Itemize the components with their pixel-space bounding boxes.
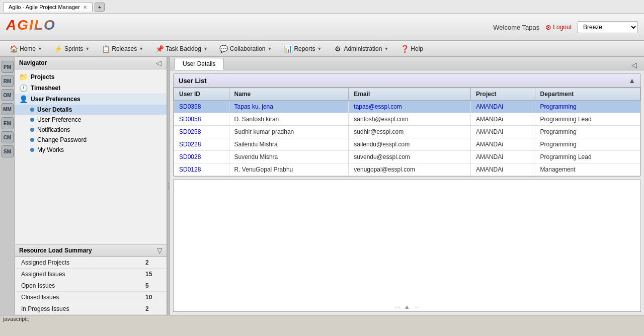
navigator-title: Navigator [19, 59, 47, 66]
resource-row-open-issues: Open Issues 5 [15, 280, 167, 292]
splitter-dots [168, 183, 169, 190]
lower-panel-dots: ··· ▲ ··· [394, 302, 420, 311]
cell-name: Sudhir kumar pradhan [229, 126, 349, 138]
assigned-issues-value: 15 [145, 271, 160, 278]
my-works-label: My Works [37, 146, 64, 153]
timesheet-icon: 🕐 [19, 84, 28, 92]
user-table: User ID Name Email Project Department SD… [174, 88, 640, 176]
sidebar-item-user-preferences[interactable]: 👤 User Preferences [15, 94, 167, 105]
nav-item-sprints[interactable]: ⚡ Sprints ▼ [49, 41, 95, 56]
projects-label: Projects [31, 73, 54, 80]
status-bar: javascript:; [0, 315, 644, 322]
quick-btn-mm[interactable]: MM [2, 103, 14, 115]
sidebar-item-projects[interactable]: 📁 Projects [15, 71, 167, 82]
cell-project: AMANDAi [470, 113, 535, 126]
resource-summary-title: Resource Load Summary [19, 247, 92, 254]
quick-btn-om[interactable]: OM [2, 89, 14, 101]
sidebar-subitem-user-details[interactable]: User Details [15, 105, 167, 115]
table-row[interactable]: SD0258Sudhir kumar pradhansudhir@esspl.c… [174, 126, 640, 138]
logout-button[interactable]: ⊗ Logout [545, 23, 572, 31]
logo-area: AGILO [6, 17, 46, 37]
cell-user_id: SD0058 [174, 113, 229, 126]
cell-email: tapas@esspl.com [349, 101, 471, 113]
lower-panel: ··· ▲ ··· [173, 180, 641, 312]
nav-item-administration[interactable]: ⚙ Administration ▼ [328, 41, 394, 56]
cell-name: Tapas ku. jena [229, 101, 349, 113]
logo: AGILO [6, 17, 46, 37]
nav-item-help[interactable]: ❓ Help [395, 41, 429, 56]
user-list-collapse-btn[interactable]: ▲ [628, 76, 635, 85]
closed-issues-label: Closed Issues [21, 294, 145, 301]
resource-summary-header: Resource Load Summary ▽ [15, 244, 167, 257]
browser-tab[interactable]: Agilo - Agile Project Manager ✕ [3, 2, 93, 12]
nav-item-task-backlog[interactable]: 📌 Task Backlog ▼ [150, 41, 213, 56]
col-project: Project [470, 88, 535, 101]
user-list-header: User List ▲ [174, 74, 640, 88]
quick-btn-em[interactable]: EM [2, 117, 14, 129]
content-tab-bar: User Details ◁ [170, 57, 644, 70]
cell-email: sudhir@esspl.com [349, 126, 471, 138]
reports-icon: 📊 [284, 45, 292, 53]
collaboration-icon: 💬 [220, 45, 228, 53]
status-text: javascript:; [3, 316, 30, 322]
nav-item-collaboration[interactable]: 💬 Collaboration ▼ [214, 41, 278, 56]
administration-icon: ⚙ [334, 45, 342, 53]
resource-row-in-progress-issues: In Progess Issues 2 [15, 303, 167, 315]
help-icon: ❓ [400, 45, 409, 53]
content-collapse-btn[interactable]: ◁ [628, 60, 640, 70]
quick-btn-cm[interactable]: CM [2, 131, 14, 143]
cell-user_id: SD0358 [174, 101, 229, 113]
open-issues-value: 5 [145, 282, 160, 289]
table-row[interactable]: SD0028Suvendu Mishrasuvendu@esspl.comAMA… [174, 151, 640, 163]
table-row[interactable]: SD0058D. Santosh kiransantosh@esspl.comA… [174, 113, 640, 126]
sidebar-subitem-my-works[interactable]: My Works [15, 145, 167, 155]
nav-bar: 🏠 Home ▼ ⚡ Sprints ▼ 📋 Releases ▼ 📌 Task… [0, 41, 644, 57]
sidebar-subitem-notifications[interactable]: Notifications [15, 125, 167, 135]
nav-item-releases[interactable]: 📋 Releases ▼ [96, 41, 149, 56]
cell-project: AMANDAi [470, 138, 535, 151]
user-preferences-label: User Preferences [31, 96, 80, 103]
user-preference-bullet [30, 118, 34, 122]
nav-item-reports[interactable]: 📊 Reports ▼ [278, 41, 327, 56]
content-pane: User Details ◁ User List ▲ User ID Name … [170, 57, 644, 315]
resource-summary-collapse-btn[interactable]: ▽ [157, 246, 163, 255]
reports-arrow: ▼ [317, 46, 321, 51]
new-tab-button[interactable]: + [95, 3, 105, 12]
sidebar-item-timesheet[interactable]: 🕐 Timesheet [15, 82, 167, 94]
col-department: Department [535, 88, 640, 101]
resource-summary: Resource Load Summary ▽ Assigned Project… [15, 244, 167, 315]
table-row[interactable]: SD0358Tapas ku. jenatapas@esspl.comAMAND… [174, 101, 640, 113]
app-header: AGILO Welcome Tapas ⊗ Logout Breeze Defa… [0, 14, 644, 41]
quick-btn-pm[interactable]: PM [2, 61, 14, 73]
releases-icon: 📋 [102, 45, 110, 53]
cell-user_id: SD0028 [174, 151, 229, 163]
cell-department: Programming [535, 138, 640, 151]
quick-btn-rm[interactable]: RM [2, 75, 14, 87]
tab-user-details[interactable]: User Details [174, 58, 224, 70]
cell-name: Sailendu Mishra [229, 138, 349, 151]
header-right: Welcome Tapas ⊗ Logout Breeze Default Da… [493, 21, 638, 33]
sidebar-subitem-change-password[interactable]: Change Password [15, 135, 167, 145]
theme-selector[interactable]: Breeze Default Dark [578, 21, 638, 33]
cell-email: sailendu@esspl.com [349, 138, 471, 151]
task-backlog-icon: 📌 [155, 45, 164, 53]
cell-project: AMANDAi [470, 151, 535, 163]
cell-department: Programming [535, 126, 640, 138]
cell-user_id: SD0258 [174, 126, 229, 138]
resource-row-assigned-issues: Assigned Issues 15 [15, 269, 167, 280]
logo-text: AGILO [6, 17, 56, 33]
table-header-row: User ID Name Email Project Department [174, 88, 640, 101]
sidebar-collapse-btn[interactable]: ◁ [154, 59, 163, 67]
table-row[interactable]: SD0128R. VenuGopal Prabhuvenugopal@esspl… [174, 163, 640, 176]
sidebar-subitem-user-preference[interactable]: User Preference [15, 115, 167, 125]
user-list-panel: User List ▲ User ID Name Email Project D… [173, 73, 641, 177]
cell-user_id: SD0228 [174, 138, 229, 151]
quick-access-panel: PM RM OM MM EM CM SM [0, 57, 15, 315]
resource-row-closed-issues: Closed Issues 10 [15, 292, 167, 303]
quick-btn-sm[interactable]: SM [2, 145, 14, 157]
nav-item-home[interactable]: 🏠 Home ▼ [4, 41, 48, 56]
cell-department: Programming Lead [535, 113, 640, 126]
table-row[interactable]: SD0228Sailendu Mishrasailendu@esspl.comA… [174, 138, 640, 151]
tab-close-btn[interactable]: ✕ [83, 5, 87, 10]
cell-email: santosh@esspl.com [349, 113, 471, 126]
